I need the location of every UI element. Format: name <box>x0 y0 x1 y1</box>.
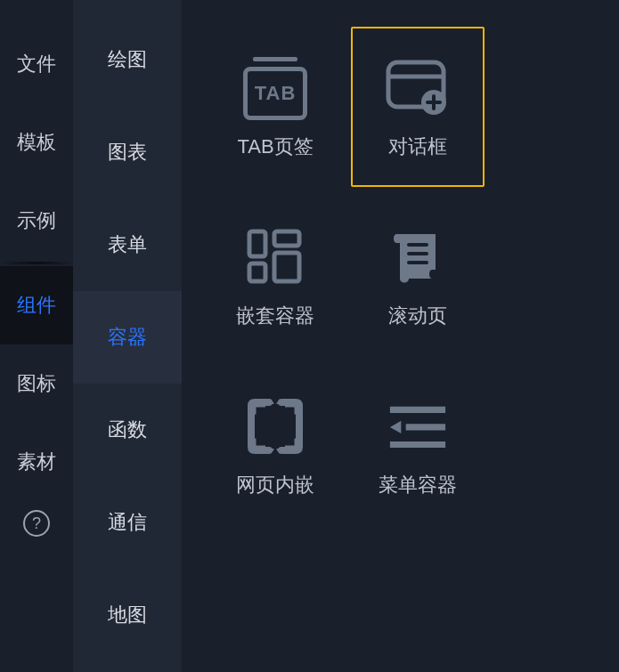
nav-file[interactable]: 文件 <box>0 25 73 103</box>
nested-icon <box>240 217 311 297</box>
component-label: 滚动页 <box>388 303 447 329</box>
iframe-icon <box>240 386 311 466</box>
category-panel: 绘图 图表 表单 容器 函数 通信 地图 <box>73 0 182 672</box>
nav-component[interactable]: 组件 <box>0 266 73 344</box>
nav-example[interactable]: 示例 <box>0 182 73 260</box>
svg-rect-6 <box>249 263 265 281</box>
tab-icon: TAB <box>240 48 311 128</box>
component-label: TAB页签 <box>237 134 313 160</box>
component-gallery: TAB TAB页签 对话框 <box>182 0 619 672</box>
component-nested-container[interactable]: 嵌套容器 <box>208 196 342 356</box>
category-map[interactable]: 地图 <box>73 569 182 661</box>
category-comm[interactable]: 通信 <box>73 476 182 569</box>
nav-label: 示例 <box>17 207 56 234</box>
svg-rect-8 <box>274 253 299 281</box>
component-grid: TAB TAB页签 对话框 <box>208 27 606 525</box>
nav-divider <box>0 262 73 264</box>
nav-material[interactable]: 素材 <box>0 423 73 501</box>
nav-label: 组件 <box>17 292 56 319</box>
category-label: 表单 <box>108 231 147 258</box>
menu-icon <box>382 386 453 466</box>
help-label: ? <box>32 514 41 533</box>
component-label: 嵌套容器 <box>236 303 314 329</box>
component-scroll-page[interactable]: 滚动页 <box>351 196 485 356</box>
component-label: 网页内嵌 <box>236 472 314 498</box>
category-label: 图表 <box>108 139 147 166</box>
primary-nav: 文件 模板 示例 组件 图标 素材 ? <box>0 0 73 672</box>
component-label: 菜单容器 <box>379 472 457 498</box>
category-label: 地图 <box>108 602 147 628</box>
nav-icon[interactable]: 图标 <box>0 344 73 423</box>
component-iframe[interactable]: 网页内嵌 <box>208 365 342 525</box>
category-chart[interactable]: 图表 <box>73 106 182 198</box>
nav-label: 图标 <box>17 370 56 397</box>
category-form[interactable]: 表单 <box>73 198 182 291</box>
category-label: 绘图 <box>108 46 147 73</box>
nav-template[interactable]: 模板 <box>0 103 73 182</box>
category-container[interactable]: 容器 <box>73 291 182 384</box>
nav-label: 文件 <box>17 51 56 77</box>
svg-rect-5 <box>249 231 265 256</box>
category-label: 通信 <box>108 509 147 536</box>
component-label: 对话框 <box>388 134 447 160</box>
scroll-icon <box>382 217 453 297</box>
category-label: 容器 <box>108 324 147 351</box>
svg-marker-21 <box>390 421 401 433</box>
component-tab-page[interactable]: TAB TAB页签 <box>208 27 342 187</box>
svg-rect-7 <box>274 231 299 246</box>
help-icon[interactable]: ? <box>23 510 50 537</box>
category-label: 函数 <box>108 417 147 443</box>
nav-label: 素材 <box>17 449 56 475</box>
dialog-icon <box>382 48 453 128</box>
nav-label: 模板 <box>17 129 56 156</box>
tab-text: TAB <box>255 82 297 105</box>
category-function[interactable]: 函数 <box>73 384 182 476</box>
component-menu-container[interactable]: 菜单容器 <box>351 365 485 525</box>
component-dialog[interactable]: 对话框 <box>351 27 485 187</box>
category-draw[interactable]: 绘图 <box>73 13 182 106</box>
